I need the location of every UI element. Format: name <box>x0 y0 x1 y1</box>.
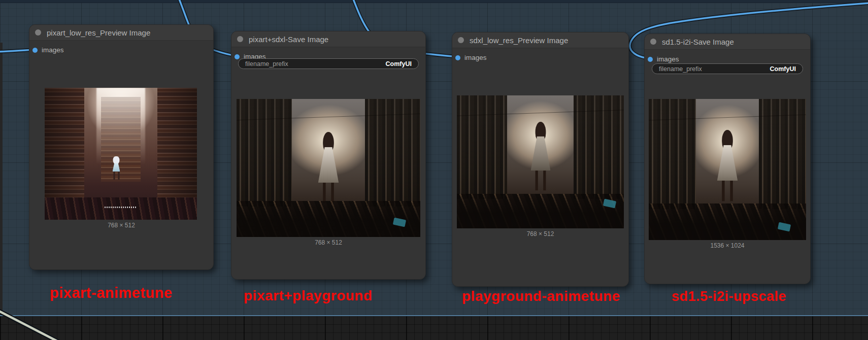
input-label: images <box>42 46 64 54</box>
preview-image <box>649 99 806 240</box>
input-row-images: images <box>645 54 810 64</box>
annotation-pixart-playground: pixart+playground <box>244 288 373 304</box>
canvas-top-strip <box>0 0 868 3</box>
widget-value: ComfyUI <box>386 60 412 67</box>
node-title-bar[interactable]: pixart_low_res_Preview Image <box>29 25 213 41</box>
image-dimensions: 768 × 512 <box>29 222 213 229</box>
image-art-layer <box>237 201 420 237</box>
node-title-bar[interactable]: sd1.5-i2i-Save Image <box>645 34 810 50</box>
node-sdxl-low-res-preview-image[interactable]: sdxl_low_res_Preview Image images 768 × … <box>452 32 629 287</box>
input-port-images-icon[interactable] <box>32 48 38 53</box>
preview-image <box>45 88 197 220</box>
input-port-images-icon[interactable] <box>235 54 240 59</box>
node-title: sdxl_low_res_Preview Image <box>470 36 568 45</box>
image-dimensions: 768 × 512 <box>452 230 628 237</box>
collapse-dot-icon[interactable] <box>35 29 41 36</box>
widget-value: ComfyUI <box>770 65 796 73</box>
collapse-dot-icon[interactable] <box>650 39 656 45</box>
image-art-layer <box>157 88 197 201</box>
annotation-pixart-animetune: pixart-animetune <box>50 285 173 301</box>
node-pixart-low-res-preview-image[interactable]: pixart_low_res_Preview Image images 768 … <box>29 24 214 270</box>
widget-filename-prefix[interactable]: filename_prefix ComfyUI <box>652 63 803 74</box>
image-art-layer <box>45 88 84 201</box>
image-art-layer <box>457 194 624 228</box>
widget-filename-prefix[interactable]: filename_prefix ComfyUI <box>238 58 419 69</box>
bottom-dark-panel <box>0 315 868 340</box>
input-label: images <box>464 54 487 61</box>
image-figure <box>716 130 739 201</box>
image-art-layer <box>96 88 145 164</box>
image-figure <box>317 132 340 203</box>
collapse-dot-icon[interactable] <box>458 37 464 43</box>
annotation-sd15-i2i-upscale: sd1.5-i2i-upscale <box>672 289 786 304</box>
node-title: pixart_low_res_Preview Image <box>47 28 150 37</box>
image-art-layer <box>649 203 806 240</box>
image-watermark <box>105 207 137 208</box>
image-art-layer <box>45 197 197 220</box>
node-title-bar[interactable]: pixart+sdxl-Save Image <box>231 31 425 47</box>
image-art-layer <box>649 99 696 209</box>
collapse-dot-icon[interactable] <box>237 36 243 42</box>
node-pixart-sdxl-save-image[interactable]: pixart+sdxl-Save Image images filename_p… <box>231 31 426 280</box>
image-art-layer <box>457 95 507 199</box>
image-dimensions: 768 × 512 <box>231 239 425 246</box>
input-row-images: images <box>29 45 213 55</box>
image-figure <box>529 122 551 190</box>
widget-label: filename_prefix <box>245 60 288 67</box>
image-figure <box>113 156 120 180</box>
input-port-images-icon[interactable] <box>455 55 460 60</box>
node-title: sd1.5-i2i-Save Image <box>662 38 734 46</box>
image-dimensions: 1536 × 1024 <box>645 242 810 249</box>
widget-label: filename_prefix <box>659 65 702 73</box>
node-sd15-i2i-save-image[interactable]: sd1.5-i2i-Save Image images filename_pre… <box>644 33 811 284</box>
input-label: images <box>657 55 679 63</box>
node-title-bar[interactable]: sdxl_low_res_Preview Image <box>452 32 628 48</box>
node-title: pixart+sdxl-Save Image <box>249 35 328 44</box>
input-row-images: images <box>452 53 628 63</box>
annotation-playground-animetune: playground-animetune <box>462 288 620 304</box>
preview-image <box>237 99 420 237</box>
comfyui-canvas[interactable]: pixart_low_res_Preview Image images 768 … <box>0 0 868 340</box>
offscreen-node-edge <box>0 43 3 311</box>
preview-image <box>457 95 624 228</box>
image-art-layer <box>237 99 292 207</box>
input-port-images-icon[interactable] <box>648 57 653 62</box>
